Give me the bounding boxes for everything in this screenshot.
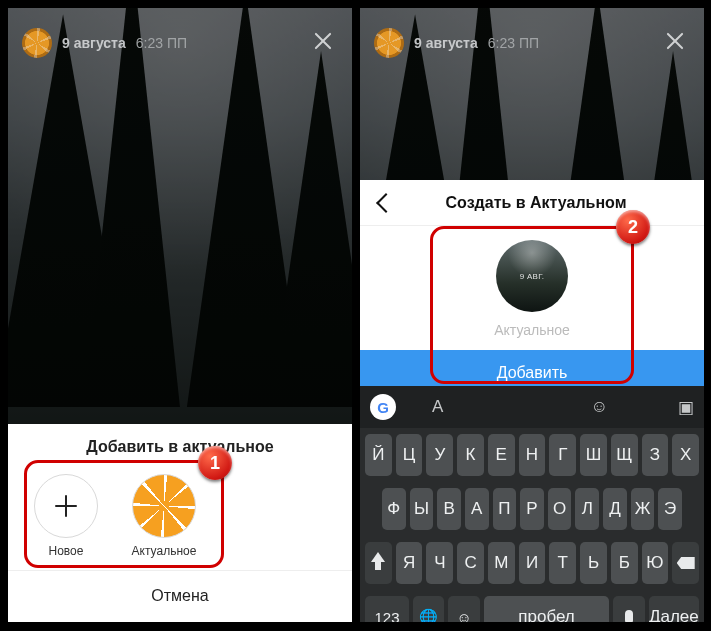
camera-icon[interactable]: ▣ — [678, 397, 694, 418]
highlight-cover[interactable] — [496, 240, 568, 312]
key-Й[interactable]: Й — [365, 434, 392, 476]
panel-header: Создать в Актуальном — [360, 180, 704, 226]
mic-key[interactable] — [613, 596, 644, 622]
sticker-icon[interactable]: ☺ — [591, 397, 608, 417]
existing-highlight-button[interactable]: Актуальное — [126, 474, 202, 558]
keyboard-row-4: 123 🌐 ☺ пробел Далее — [360, 590, 704, 622]
key-Р[interactable]: Р — [520, 488, 544, 530]
key-З[interactable]: З — [642, 434, 669, 476]
highlight-label: Актуальное — [132, 544, 197, 558]
create-highlight-panel: Создать в Актуальном Добавить G А ☺ ▣ ЙЦ… — [360, 180, 704, 622]
key-Ю[interactable]: Ю — [642, 542, 669, 584]
key-Ж[interactable]: Ж — [631, 488, 655, 530]
key-Б[interactable]: Б — [611, 542, 638, 584]
globe-key[interactable]: 🌐 — [413, 596, 444, 622]
story-date: 9 августа — [62, 35, 126, 51]
key-О[interactable]: О — [548, 488, 572, 530]
key-Щ[interactable]: Щ — [611, 434, 638, 476]
keyboard-row-1: ЙЦУКЕНГШЩЗХ — [360, 428, 704, 482]
story-date: 9 августа — [414, 35, 478, 51]
key-Н[interactable]: Н — [519, 434, 546, 476]
plus-icon — [55, 495, 77, 517]
keyboard-suggestion-bar: G А ☺ ▣ — [360, 386, 704, 428]
key-Ш[interactable]: Ш — [580, 434, 607, 476]
key-Э[interactable]: Э — [658, 488, 682, 530]
key-И[interactable]: И — [519, 542, 546, 584]
key-Ь[interactable]: Ь — [580, 542, 607, 584]
story-time: 6:23 ПП — [488, 35, 539, 51]
plus-circle[interactable] — [34, 474, 98, 538]
emoji-key[interactable]: ☺ — [448, 596, 479, 622]
story-time: 6:23 ПП — [136, 35, 187, 51]
phone-right: 9 августа 6:23 ПП Создать в Актуальном Д… — [360, 8, 704, 622]
key-Ц[interactable]: Ц — [396, 434, 423, 476]
story-header: 9 августа 6:23 ПП — [374, 26, 690, 60]
key-Л[interactable]: Л — [575, 488, 599, 530]
key-У[interactable]: У — [426, 434, 453, 476]
key-Ч[interactable]: Ч — [426, 542, 453, 584]
close-icon[interactable] — [310, 28, 336, 54]
new-highlight-button[interactable]: Новое — [28, 474, 104, 558]
key-Х[interactable]: Х — [672, 434, 699, 476]
back-icon[interactable] — [368, 187, 400, 219]
suggestion-text[interactable]: А — [432, 397, 443, 417]
space-key[interactable]: пробел — [484, 596, 610, 622]
key-Г[interactable]: Г — [549, 434, 576, 476]
phone-left: 9 августа 6:23 ПП Добавить в актуальное … — [8, 8, 352, 622]
key-Ф[interactable]: Ф — [382, 488, 406, 530]
key-М[interactable]: М — [488, 542, 515, 584]
key-А[interactable]: А — [465, 488, 489, 530]
cancel-button[interactable]: Отмена — [8, 570, 352, 622]
new-label: Новое — [49, 544, 84, 558]
key-Д[interactable]: Д — [603, 488, 627, 530]
google-icon[interactable]: G — [370, 394, 396, 420]
step-badge-2: 2 — [616, 210, 650, 244]
key-В[interactable]: В — [437, 488, 461, 530]
key-Е[interactable]: Е — [488, 434, 515, 476]
keyboard-row-2: ФЫВАПРОЛДЖЭ — [360, 482, 704, 536]
story-avatar-icon[interactable] — [22, 28, 52, 58]
backspace-key[interactable] — [672, 542, 699, 584]
next-key[interactable]: Далее — [649, 596, 699, 622]
key-К[interactable]: К — [457, 434, 484, 476]
panel-title-text: Создать в Актуальном — [408, 194, 664, 212]
keyboard-row-3: ЯЧСМИТЬБЮ — [360, 536, 704, 590]
key-П[interactable]: П — [493, 488, 517, 530]
key-Я[interactable]: Я — [396, 542, 423, 584]
story-avatar-icon[interactable] — [374, 28, 404, 58]
step-badge-1: 1 — [198, 446, 232, 480]
key-Т[interactable]: Т — [549, 542, 576, 584]
keyboard: G А ☺ ▣ ЙЦУКЕНГШЩЗХ ФЫВАПРОЛДЖЭ ЯЧСМИТЬБ… — [360, 386, 704, 622]
numeric-key[interactable]: 123 — [365, 596, 409, 622]
panel-body — [360, 226, 704, 350]
sheet-title: Добавить в актуальное — [8, 424, 352, 464]
story-header: 9 августа 6:23 ПП — [22, 26, 338, 60]
highlight-name-input[interactable] — [442, 322, 622, 338]
highlight-bubbles-row: Новое Актуальное — [8, 464, 352, 570]
key-С[interactable]: С — [457, 542, 484, 584]
shift-key[interactable] — [365, 542, 392, 584]
key-Ы[interactable]: Ы — [410, 488, 434, 530]
close-icon[interactable] — [662, 28, 688, 54]
highlight-sheet: Добавить в актуальное Новое Актуальное О… — [8, 424, 352, 622]
orange-icon[interactable] — [132, 474, 196, 538]
